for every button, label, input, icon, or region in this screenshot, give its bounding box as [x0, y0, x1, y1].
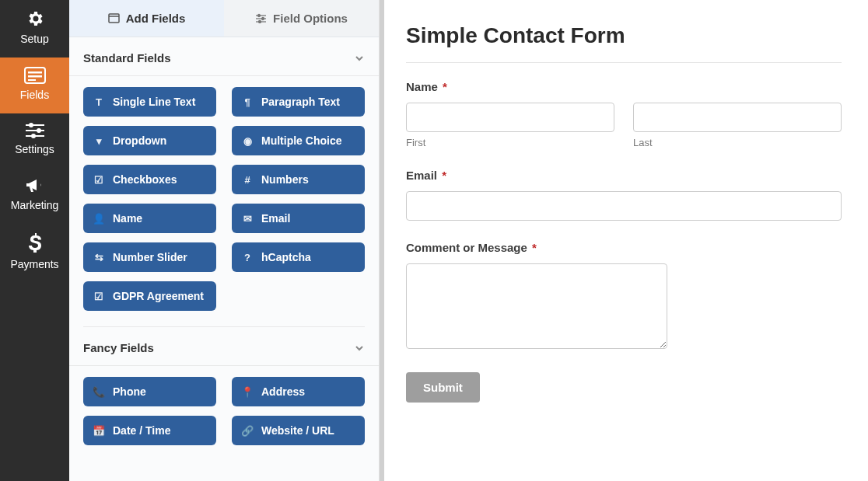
user-icon: 👤 [93, 213, 105, 225]
field-gdpr[interactable]: ☑GDPR Agreement [83, 281, 216, 311]
svg-rect-1 [28, 71, 42, 74]
dollar-icon [29, 233, 41, 253]
svg-rect-4 [26, 124, 44, 126]
form-field-name: Name * First Last [406, 80, 842, 148]
message-label: Comment or Message * [406, 241, 842, 254]
svg-point-9 [31, 134, 36, 138]
bullhorn-icon [25, 177, 45, 194]
message-textarea[interactable] [406, 263, 667, 349]
chevron-down-icon [354, 53, 365, 64]
section-title: Standard Fields [83, 51, 171, 64]
calendar-icon: 📅 [93, 425, 105, 437]
field-hcaptcha[interactable]: ?hCaptcha [232, 242, 365, 272]
field-dropdown[interactable]: ▾Dropdown [83, 126, 216, 155]
field-multiple-choice[interactable]: ◉Multiple Choice [232, 126, 365, 155]
required-marker: * [443, 80, 447, 93]
form-field-email: Email * [406, 169, 842, 221]
submit-button[interactable]: Submit [406, 372, 480, 403]
phone-icon: 📞 [93, 386, 105, 398]
tab-label: Add Fields [126, 12, 186, 25]
email-label: Email * [406, 169, 842, 182]
section-fancy-header[interactable]: Fancy Fields [69, 338, 379, 366]
checkbox-icon: ☑ [93, 291, 105, 302]
field-number-slider[interactable]: ⇆Number Slider [83, 242, 216, 272]
panel-tabs: Add Fields Field Options [69, 0, 379, 37]
text-icon: T [93, 96, 105, 108]
section-standard-header[interactable]: Standard Fields [69, 37, 379, 76]
field-paragraph-text[interactable]: ¶Paragraph Text [232, 87, 365, 117]
paragraph-icon: ¶ [241, 96, 254, 108]
svg-point-17 [259, 21, 261, 23]
dropdown-icon: ▾ [93, 135, 105, 147]
form-preview: Simple Contact Form Name * First Last Em… [380, 0, 868, 481]
field-name[interactable]: 👤Name [83, 204, 216, 233]
field-single-line-text[interactable]: TSingle Line Text [83, 87, 216, 117]
sliders-icon [255, 13, 267, 23]
nav-label: Payments [10, 258, 58, 270]
required-marker: * [532, 241, 537, 254]
svg-point-5 [29, 123, 33, 127]
mail-icon: ✉ [241, 213, 254, 225]
nav-label: Settings [15, 143, 54, 155]
field-numbers[interactable]: #Numbers [232, 165, 365, 194]
fields-panel: Add Fields Field Options Standard Fields… [69, 0, 380, 481]
field-date-time[interactable]: 📅Date / Time [83, 416, 216, 445]
tab-field-options[interactable]: Field Options [224, 0, 379, 37]
field-phone[interactable]: 📞Phone [83, 377, 216, 406]
form-icon [24, 67, 46, 84]
svg-point-15 [262, 18, 264, 20]
chevron-down-icon [354, 343, 365, 354]
field-website[interactable]: 🔗Website / URL [232, 416, 365, 445]
field-address[interactable]: 📍Address [232, 377, 365, 406]
svg-point-7 [37, 128, 41, 133]
gear-icon [26, 9, 44, 28]
svg-rect-3 [28, 79, 36, 81]
first-name-input[interactable] [406, 103, 614, 132]
nav-setup[interactable]: Setup [0, 0, 69, 58]
first-sublabel: First [406, 137, 614, 148]
svg-rect-2 [28, 75, 42, 78]
name-label: Name * [406, 80, 842, 93]
nav-label: Marketing [11, 199, 58, 211]
nav-settings[interactable]: Settings [0, 113, 69, 168]
last-sublabel: Last [633, 137, 842, 148]
svg-rect-6 [26, 130, 44, 131]
nav-label: Setup [20, 33, 49, 45]
divider [83, 326, 365, 327]
nav-label: Fields [20, 89, 49, 101]
svg-rect-10 [109, 14, 119, 23]
help-icon: ? [241, 252, 254, 263]
nav-marketing[interactable]: Marketing [0, 168, 69, 224]
fancy-fields-grid: 📞Phone 📍Address 📅Date / Time 🔗Website / … [69, 366, 379, 450]
tab-add-fields[interactable]: Add Fields [69, 0, 224, 37]
nav-payments[interactable]: Payments [0, 224, 69, 283]
radio-icon: ◉ [241, 135, 254, 147]
form-field-message: Comment or Message * [406, 241, 842, 352]
section-title: Fancy Fields [83, 341, 154, 354]
form-title: Simple Contact Form [406, 23, 842, 48]
required-marker: * [442, 169, 446, 182]
slider-icon: ⇆ [93, 252, 105, 263]
main-nav: Setup Fields Settings Marketing Payments [0, 0, 69, 481]
link-icon: 🔗 [241, 425, 254, 437]
nav-fields[interactable]: Fields [0, 58, 69, 113]
standard-fields-grid: TSingle Line Text ¶Paragraph Text ▾Dropd… [69, 76, 379, 315]
pin-icon: 📍 [241, 386, 254, 398]
last-name-input[interactable] [633, 103, 842, 132]
tab-label: Field Options [273, 12, 348, 25]
window-icon [108, 13, 120, 23]
field-email[interactable]: ✉Email [232, 204, 365, 233]
hash-icon: # [241, 174, 254, 186]
sliders-icon [26, 123, 44, 138]
field-checkboxes[interactable]: ☑Checkboxes [83, 165, 216, 194]
checkbox-icon: ☑ [93, 174, 105, 186]
svg-point-13 [258, 15, 261, 17]
email-input[interactable] [406, 191, 842, 221]
